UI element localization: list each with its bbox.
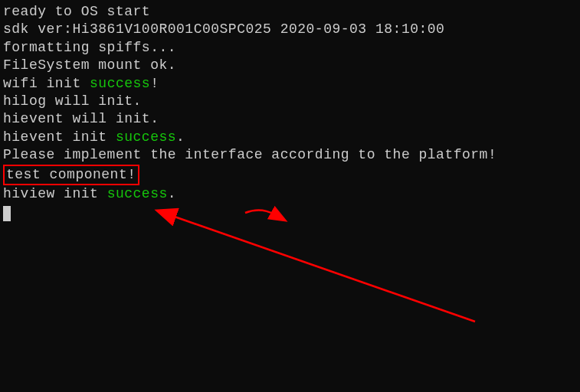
log-line: formatting spiffs... xyxy=(3,39,577,57)
log-line: hievent will init. xyxy=(3,110,577,128)
terminal-cursor xyxy=(3,206,11,221)
log-text: ! xyxy=(150,76,159,91)
log-line-highlighted: test component! xyxy=(3,165,577,185)
log-text: hievent init xyxy=(3,129,116,145)
success-text: success xyxy=(116,129,176,145)
log-line-sdk: sdk ver:Hi3861V100R001C00SPC025 2020-09-… xyxy=(3,21,577,38)
log-line-hiview: hiview init success. xyxy=(3,185,577,203)
log-line: ready to OS start xyxy=(3,3,577,21)
log-line-wifi: wifi init success! xyxy=(3,75,577,93)
log-text: . xyxy=(168,186,176,201)
log-text: hiview init xyxy=(3,186,107,201)
log-text: . xyxy=(176,129,185,145)
annotation-arrow-main xyxy=(172,216,475,322)
log-line: hilog will init. xyxy=(3,93,577,110)
cursor-line xyxy=(3,203,577,220)
log-line: FileSystem mount ok. xyxy=(3,57,577,74)
log-line: Please implement the interface according… xyxy=(3,146,577,164)
success-text: success xyxy=(90,76,150,91)
terminal-output: ready to OS start sdk ver:Hi3861V100R001… xyxy=(3,3,577,221)
success-text: success xyxy=(107,186,168,201)
log-text: wifi init xyxy=(3,76,90,91)
log-line-hievent: hievent init success. xyxy=(3,129,577,146)
highlight-box: test component! xyxy=(3,165,139,185)
